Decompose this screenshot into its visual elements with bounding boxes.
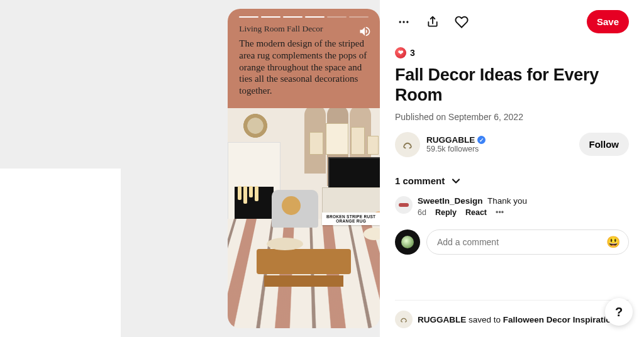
reactions-count[interactable]: 3 (395, 47, 629, 58)
author-followers: 59.5k followers (426, 145, 486, 153)
story-image: BROKEN STRIPE RUST ORANGE RUG (228, 108, 380, 328)
comment-more-icon[interactable]: ••• (496, 208, 504, 217)
more-options-icon[interactable] (395, 13, 413, 31)
story-body-text: The modern design of the striped area ru… (239, 38, 369, 97)
comment-text: Thank you (487, 196, 527, 206)
comments-header-text: 1 comment (395, 175, 445, 186)
comment-reply-button[interactable]: Reply (435, 208, 457, 217)
save-button[interactable]: Save (587, 10, 629, 33)
commenter-name[interactable]: SweetIn_Design (418, 196, 483, 206)
comment-meta: 6d Reply React ••• (418, 208, 527, 217)
top-actions: Save (395, 10, 629, 33)
comment-input[interactable] (426, 229, 629, 255)
comment-item: SweetIn_Design Thank you 6d Reply React … (395, 196, 629, 217)
saved-to-row[interactable]: RUGGABLE saved to Falloween Decor Inspir… (395, 300, 629, 337)
commenter-avatar[interactable] (395, 196, 413, 214)
product-tag[interactable]: BROKEN STRIPE RUST ORANGE RUG (322, 213, 380, 225)
reactions-number: 3 (410, 48, 415, 58)
author-avatar[interactable] (395, 132, 420, 157)
story-card[interactable]: Living Room Fall Decor The modern design… (228, 9, 380, 328)
details-panel: Save 3 Fall Decor Ideas for Every Room P… (380, 0, 644, 337)
comment-age: 6d (418, 208, 426, 217)
publish-date: Published on September 6, 2022 (395, 112, 629, 122)
verified-badge-icon: ✓ (477, 136, 486, 144)
story-preview-area: Living Room Fall Decor The modern design… (0, 0, 380, 337)
saved-board: Falloween Decor Inspirations (503, 315, 621, 324)
current-user-avatar[interactable] (395, 229, 420, 255)
svg-point-1 (402, 21, 404, 23)
story-header: Living Room Fall Decor The modern design… (228, 9, 380, 108)
saver-name: RUGGABLE (418, 315, 466, 324)
author-info[interactable]: RUGGABLE ✓ 59.5k followers (426, 135, 486, 153)
help-icon: ? (615, 305, 623, 319)
share-icon[interactable] (424, 13, 441, 31)
chevron-down-icon (450, 175, 462, 187)
heart-icon[interactable] (453, 13, 470, 31)
author-row: RUGGABLE ✓ 59.5k followers Follow (395, 132, 629, 157)
author-name-text: RUGGABLE (426, 135, 475, 145)
comments-toggle[interactable]: 1 comment (395, 175, 629, 187)
follow-button[interactable]: Follow (579, 133, 630, 156)
help-button[interactable]: ? (605, 298, 633, 326)
saved-verb: saved to (469, 315, 501, 324)
svg-point-0 (399, 21, 401, 23)
comment-react-button[interactable]: React (465, 208, 487, 217)
saver-avatar (395, 311, 413, 328)
add-comment-row: 😃 (395, 229, 629, 255)
pin-title: Fall Decor Ideas for Every Room (395, 65, 629, 106)
story-subtitle: Living Room Fall Decor (239, 24, 369, 34)
next-slide-button[interactable] (0, 168, 121, 337)
heart-reaction-icon (395, 47, 406, 58)
svg-point-2 (406, 21, 408, 23)
sound-icon[interactable] (358, 25, 371, 38)
story-progress (239, 16, 369, 18)
